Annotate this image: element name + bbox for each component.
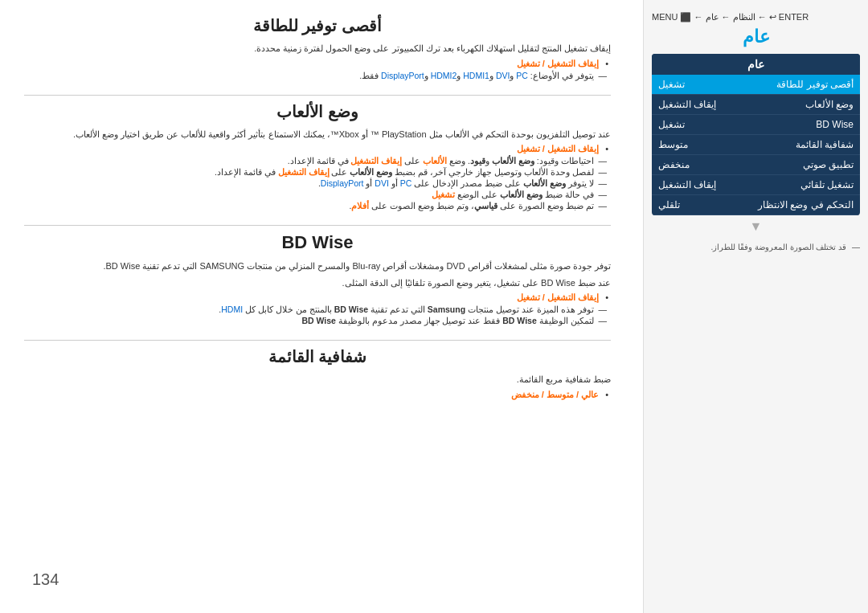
note-bd-1: توفر هذه الميزة عند توصيل منتجات Samsung… bbox=[24, 304, 611, 314]
note-game-3: لا يتوفر وضع الألعاب على ضبط مصدر الإدخا… bbox=[24, 178, 611, 188]
menu-item-value-6: تلقلي bbox=[658, 199, 680, 210]
section-title-power-saving: أقصى توفير للطاقة bbox=[24, 16, 611, 35]
menu-item-label-4: تطبيق صوتي bbox=[803, 159, 854, 170]
right-panel: MENU ⬛ ← النظام ← عام ← ↩ ENTER عام عام … bbox=[643, 0, 868, 613]
section-menu-transparency: شفافية القائمة ضبط شفافية مربع القائمة. … bbox=[24, 347, 611, 400]
menu-item-value-2: تشغيل bbox=[658, 119, 685, 130]
note-bd-2: لتمكين الوظيفة BD Wise فقط عند توصيل جها… bbox=[24, 316, 611, 325]
bullet-power-1: إيقاف التشغيل / تشغيل bbox=[32, 59, 599, 69]
note-game-5: تم ضبط وضع الصورة على قياسي، وتم ضبط وضع… bbox=[24, 201, 611, 210]
section-desc-bd-wise: توفر جودة صورة مثلى لمشغلات أقراص DVD وم… bbox=[24, 260, 611, 274]
section-desc-game-mode: عند توصيل التلفزيون بوحدة التحكم في الأل… bbox=[24, 128, 611, 142]
menu-item-value-3: متوسط bbox=[658, 139, 688, 150]
section-desc2-bd-wise: عند ضبط BD Wise على تشغيل، يتغير وضع الص… bbox=[24, 276, 611, 291]
menu-box: عام أقصى توفير للطاقة تشغيل وضع الألعاب … bbox=[652, 54, 860, 215]
divider-2 bbox=[24, 225, 611, 226]
menu-item-6[interactable]: التحكم في وضع الانتظار تلقلي bbox=[652, 195, 860, 215]
menu-item-3[interactable]: شفافية القائمة متوسط bbox=[652, 135, 860, 155]
panel-note: قد تختلف الصورة المعروضة وفقًا للطراز. bbox=[652, 242, 860, 253]
divider-1 bbox=[24, 95, 611, 96]
menu-item-4[interactable]: تطبيق صوتي منخفض bbox=[652, 155, 860, 175]
bullet-bd-1: إيقاف التشغيل / تشغيل bbox=[32, 292, 599, 303]
section-desc-power-saving: إيقاف تشغيل المنتج لتقليل استهلاك الكهرب… bbox=[24, 42, 611, 56]
menu-item-label-2: BD Wise bbox=[816, 119, 854, 130]
menu-item-value-1: إيقاف التشغيل bbox=[658, 99, 716, 110]
bullet-game-1: إيقاف التشغيل / تشغيل bbox=[32, 144, 599, 154]
main-content: أقصى توفير للطاقة إيقاف تشغيل المنتج لتق… bbox=[0, 0, 643, 613]
menu-item-1[interactable]: وضع الألعاب إيقاف التشغيل bbox=[652, 95, 860, 115]
note-power-1: يتوفر في الأوضاع: PC وDVI وHDMI1 وHDMI2 … bbox=[24, 71, 611, 80]
panel-title: عام bbox=[652, 27, 860, 47]
bullet-transparency-1: عالي / متوسط / منخفض bbox=[32, 390, 599, 400]
menu-item-value-4: منخفض bbox=[658, 159, 690, 170]
section-desc-menu-transparency: ضبط شفافية مربع القائمة. bbox=[24, 373, 611, 387]
menu-item-label-3: شفافية القائمة bbox=[796, 139, 854, 150]
menu-item-label-1: وضع الألعاب bbox=[805, 99, 854, 110]
section-bd-wise: BD Wise توفر جودة صورة مثلى لمشغلات أقرا… bbox=[24, 232, 611, 325]
divider-3 bbox=[24, 340, 611, 341]
top-nav-text: MENU ⬛ ← النظام ← عام ← ↩ ENTER bbox=[652, 12, 860, 22]
menu-item-label-0: أقصى توفير للطاقة bbox=[776, 79, 854, 90]
menu-item-label-6: التحكم في وضع الانتظار bbox=[758, 199, 854, 210]
note-game-4: في حالة ضبط وضع الألعاب على الوضع تشغيل bbox=[24, 190, 611, 199]
page-number: 134 bbox=[32, 570, 59, 589]
section-power-saving: أقصى توفير للطاقة إيقاف تشغيل المنتج لتق… bbox=[24, 16, 611, 80]
scroll-arrow: ▼ bbox=[652, 219, 860, 234]
menu-item-5[interactable]: تشغيل تلقائي إيقاف التشغيل bbox=[652, 175, 860, 195]
menu-header: عام bbox=[652, 54, 860, 75]
top-nav: MENU ⬛ ← النظام ← عام ← ↩ ENTER bbox=[652, 12, 860, 22]
menu-item-value-5: إيقاف التشغيل bbox=[658, 179, 716, 190]
note-game-2: لفصل وحدة الألعاب وتوصيل جهاز خارجي آخر،… bbox=[24, 167, 611, 177]
note-game-1: احتياطات وقيود: وضع الألعاب وقيود. وضع ا… bbox=[24, 156, 611, 166]
menu-item-value-0: تشغيل bbox=[658, 79, 685, 90]
section-title-bd-wise: BD Wise bbox=[24, 232, 611, 253]
menu-item-label-5: تشغيل تلقائي bbox=[800, 179, 854, 190]
section-title-game-mode: وضع الألعاب bbox=[24, 102, 611, 121]
section-title-menu-transparency: شفافية القائمة bbox=[24, 347, 611, 366]
menu-item-2[interactable]: BD Wise تشغيل bbox=[652, 115, 860, 135]
menu-item-0[interactable]: أقصى توفير للطاقة تشغيل bbox=[652, 75, 860, 95]
section-game-mode: وضع الألعاب عند توصيل التلفزيون بوحدة ال… bbox=[24, 102, 611, 211]
